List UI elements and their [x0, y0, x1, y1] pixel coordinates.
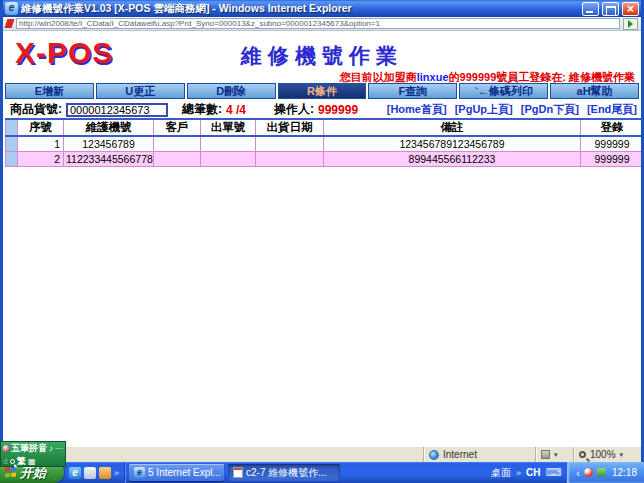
zone-label: Internet: [443, 449, 477, 460]
keyboard-icon[interactable]: ⌨: [545, 466, 561, 479]
pagination-links: [Home首頁] [PgUp上頁] [PgDn下頁] [End尾頁]: [382, 102, 637, 117]
taskbar-right: 桌面 » CH ⌨ ‹ 12:18: [491, 462, 644, 483]
status-mode-button[interactable]: ▾: [535, 447, 573, 462]
page-title: 維修機號作業: [143, 42, 501, 70]
toolbar-button-barcode-print[interactable]: `←條碼列印: [459, 83, 548, 99]
tray-app-icon-green[interactable]: [597, 468, 606, 477]
go-button[interactable]: [623, 18, 638, 30]
sound-icon[interactable]: ♪: [49, 444, 53, 454]
cell-machine: 112233445566778: [64, 151, 154, 166]
system-tray: ‹ 12:18: [566, 462, 644, 483]
titlebar: e 維修機號作業V1.03 [X-POS 雲端商務網] - Windows In…: [3, 0, 641, 17]
cell-login: 999999: [581, 136, 642, 151]
traditional-toggle[interactable]: 繁: [17, 455, 26, 468]
maximize-button[interactable]: [602, 2, 619, 16]
table-header-row: 序號 維護機號 客戶 出單號 出貨日期 備註 登錄: [6, 119, 642, 136]
windows-logo-icon: [5, 466, 16, 478]
ie-task-icon: e: [134, 467, 145, 478]
login-prefix: 您目前以加盟商: [340, 71, 417, 83]
cell-order: [201, 151, 256, 166]
col-order: 出單號: [201, 119, 256, 136]
task-label: 5 Internet Expl...: [148, 467, 221, 478]
total-count-value: 4 /4: [226, 103, 246, 117]
ime-title-row: 五筆拼音 ♪ ⋯: [1, 442, 65, 455]
operator-label: 操作人:: [274, 101, 314, 118]
quicklaunch-overflow-chevron[interactable]: »: [114, 468, 119, 478]
desktop-toolbar-label[interactable]: 桌面: [491, 466, 511, 480]
show-desktop-icon[interactable]: [84, 467, 96, 479]
hand-icon[interactable]: ☝: [3, 457, 8, 467]
screen: e 維修機號作業V1.03 [X-POS 雲端商務網] - Windows In…: [0, 0, 644, 483]
toolbar-button-query[interactable]: F查詢: [368, 83, 457, 99]
more-icon[interactable]: ⋯: [55, 444, 63, 454]
row-selector[interactable]: [6, 136, 18, 151]
product-code-input[interactable]: [66, 103, 168, 117]
page-content: X-POS 維修機號作業 您目前以加盟商linxue的999999號員工登錄在:…: [3, 31, 641, 446]
url-input[interactable]: http://win2008/te/I_CData/I_CDataweifu.a…: [16, 18, 620, 29]
nav-end-link[interactable]: [End尾頁]: [587, 103, 637, 115]
ie-icon: e: [5, 2, 18, 15]
records-table: 序號 維護機號 客戶 出單號 出貨日期 備註 登錄 1 123456789: [5, 118, 641, 167]
tray-collapse-icon[interactable]: ‹: [576, 468, 580, 478]
nav-pgup-link[interactable]: [PgUp上頁]: [455, 103, 513, 115]
toolbar-button-condition[interactable]: R條件: [278, 83, 367, 99]
desktop-toolbar-chevron[interactable]: »: [516, 468, 521, 478]
ime-search-icon[interactable]: [10, 459, 15, 464]
caret-down-icon: ▾: [554, 451, 558, 459]
status-zone: Internet: [423, 447, 535, 462]
toolbar-button-update[interactable]: U更正: [96, 83, 185, 99]
ime-name: 五筆拼音: [11, 442, 47, 455]
ime-toolbar: 五筆拼音 ♪ ⋯ ☝ 繁 ▦: [0, 441, 66, 467]
go-arrow-icon: [628, 20, 633, 28]
document-task-icon: [233, 467, 243, 478]
login-suffix: 號員工登錄在: 維修機號作業: [496, 71, 635, 83]
col-ship-date: 出貨日期: [256, 119, 324, 136]
nav-home-link[interactable]: [Home首頁]: [387, 103, 447, 115]
quicklaunch-app-icon[interactable]: [99, 467, 111, 479]
xpos-logo: X-POS: [15, 36, 113, 70]
table-row[interactable]: 2 112233445566778 899445566112233 999999: [6, 151, 642, 166]
mode-icon: [541, 450, 550, 459]
toolbar-button-add[interactable]: E增新: [5, 83, 94, 99]
cell-seq: 2: [18, 151, 64, 166]
caret-down-icon: ▾: [620, 451, 624, 459]
zoom-control[interactable]: 100% ▾: [573, 447, 641, 462]
table-row[interactable]: 1 123456789 123456789123456789 999999: [6, 136, 642, 151]
zoom-level: 100%: [590, 449, 616, 460]
quicklaunch-ie-icon[interactable]: e: [69, 467, 81, 479]
col-login: 登錄: [581, 119, 642, 136]
login-employee: 999999: [460, 71, 497, 83]
minimize-button[interactable]: [582, 2, 599, 16]
row-selector[interactable]: [6, 151, 18, 166]
tray-app-icon-red[interactable]: [584, 468, 593, 477]
close-button[interactable]: [622, 2, 639, 16]
cell-machine: 123456789: [64, 136, 154, 151]
cell-order: [201, 136, 256, 151]
cell-customer: [154, 151, 201, 166]
col-machine: 維護機號: [64, 119, 154, 136]
col-customer: 客戶: [154, 119, 201, 136]
nav-pgdn-link[interactable]: [PgDn下頁]: [521, 103, 579, 115]
cell-login: 999999: [581, 151, 642, 166]
page-icon: [5, 19, 15, 28]
task-label: c2-7 維修機號作...: [246, 466, 327, 480]
status-message-area: [3, 447, 423, 462]
status-bar: Internet ▾ 100% ▾: [3, 446, 641, 462]
taskbar-task-ie-group[interactable]: e 5 Internet Expl... ▾: [129, 464, 224, 481]
login-mid: 的: [449, 71, 460, 83]
toolbar-button-help[interactable]: aH幫助: [550, 83, 639, 99]
login-user: linxue: [417, 71, 449, 83]
product-code-label: 商品貨號:: [10, 101, 62, 118]
total-count-label: 總筆數:: [182, 101, 222, 118]
language-indicator[interactable]: CH: [526, 467, 540, 478]
softkeyboard-icon[interactable]: ▦: [28, 457, 36, 467]
col-remark: 備註: [324, 119, 581, 136]
cell-customer: [154, 136, 201, 151]
cell-seq: 1: [18, 136, 64, 151]
url-text: http://win2008/te/I_CData/I_CDataweifu.a…: [19, 19, 380, 28]
ime-tool-row: ☝ 繁 ▦: [1, 455, 65, 468]
taskbar-task-active-window[interactable]: c2-7 維修機號作...: [228, 464, 340, 481]
toolbar-button-delete[interactable]: D刪除: [187, 83, 276, 99]
window-title: 維修機號作業V1.03 [X-POS 雲端商務網] - Windows Inte…: [21, 2, 579, 16]
ie-window: e 維修機號作業V1.03 [X-POS 雲端商務網] - Windows In…: [0, 0, 644, 462]
